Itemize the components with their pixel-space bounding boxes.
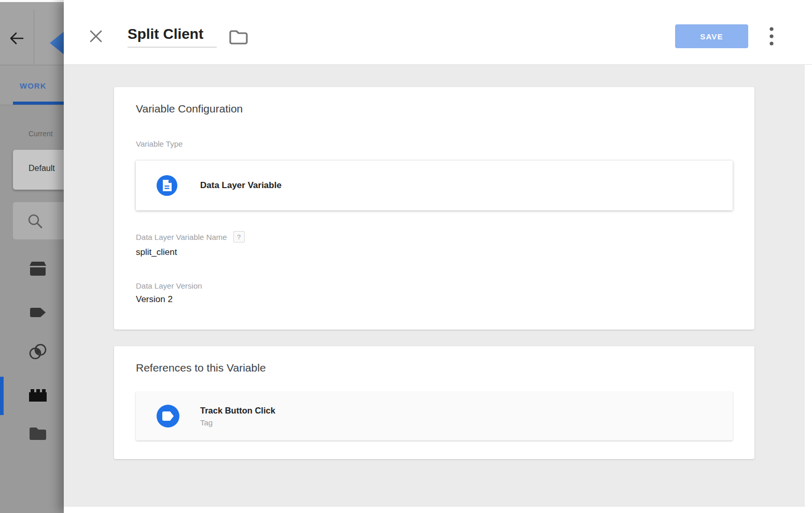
close-icon [89, 29, 103, 44]
overview-icon [28, 259, 48, 279]
variable-type-selector[interactable]: Data Layer Variable [136, 161, 733, 210]
workspace-selector: Default [13, 150, 64, 190]
dimmed-tabbar: WORK [0, 65, 64, 105]
help-icon[interactable]: ? [233, 231, 245, 243]
variable-title: Split Client [128, 26, 203, 42]
data-layer-version-value: Version 2 [136, 294, 754, 305]
kebab-menu-icon [765, 25, 778, 48]
search-icon [26, 212, 44, 230]
back-arrow-icon [8, 30, 25, 47]
dimmed-background: WORK Current Default [0, 0, 64, 513]
variable-configuration-card: Variable Configuration Variable Type Dat… [114, 87, 754, 330]
reference-name: Track Button Click [200, 406, 275, 416]
variable-editor-panel: Split Client SAVE Variable Configuration… [64, 0, 812, 513]
data-layer-variable-name-label: Data Layer Variable Name [136, 233, 227, 241]
editor-header: Split Client SAVE [64, 0, 812, 65]
close-button[interactable] [87, 27, 105, 46]
data-layer-version-label: Data Layer Version [136, 281, 754, 290]
gtm-logo [48, 27, 64, 59]
current-workspace-label: Current [29, 130, 64, 138]
variable-type-label: Variable Type [136, 139, 754, 148]
active-tab-indicator [13, 102, 64, 105]
data-layer-variable-icon [157, 175, 177, 196]
save-button[interactable]: SAVE [675, 24, 748, 48]
variable-title-field[interactable]: Split Client [128, 26, 217, 48]
variable-type-name: Data Layer Variable [200, 180, 282, 191]
more-options-button[interactable] [765, 25, 778, 48]
references-card: References to this Variable Track Button… [114, 346, 754, 459]
workspace-name: Default [29, 164, 55, 173]
tag-icon [157, 405, 179, 428]
variables-icon [28, 386, 48, 405]
workspace-tab: WORK [20, 81, 47, 90]
variable-configuration-title: Variable Configuration [136, 103, 754, 115]
folders-icon [28, 424, 48, 444]
move-to-folder-button[interactable] [228, 28, 248, 47]
sidebar-search [13, 202, 64, 239]
tags-icon [28, 303, 48, 322]
dimmed-topbar [0, 2, 64, 65]
data-layer-variable-name-value: split_client [136, 247, 754, 258]
editor-content: Variable Configuration Variable Type Dat… [64, 65, 805, 507]
triggers-icon [28, 342, 48, 362]
topbar-divider [34, 9, 34, 64]
folder-icon [228, 28, 248, 47]
active-nav-indicator [0, 377, 4, 415]
reference-list-item[interactable]: Track Button Click Tag [136, 392, 733, 440]
reference-type: Tag [200, 418, 275, 427]
references-title: References to this Variable [136, 362, 754, 374]
